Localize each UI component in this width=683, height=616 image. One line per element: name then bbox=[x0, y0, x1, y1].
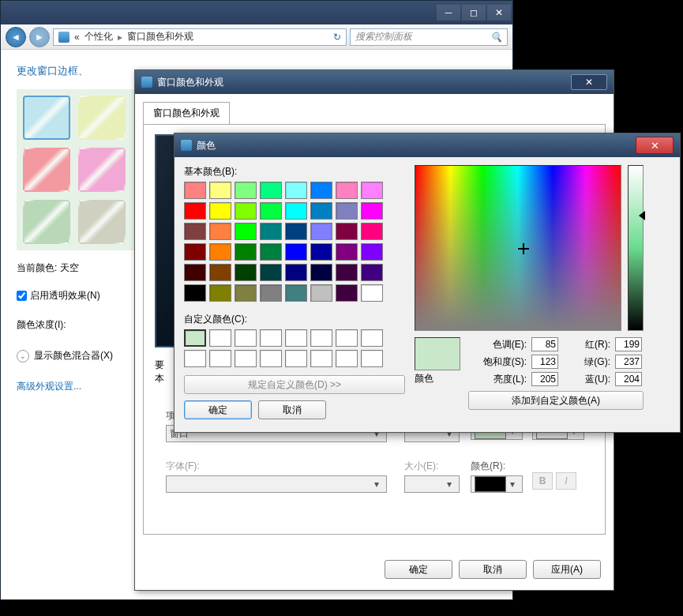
basic-color-swatch[interactable] bbox=[260, 284, 282, 302]
basic-color-swatch[interactable] bbox=[209, 182, 231, 199]
custom-color-swatch[interactable] bbox=[285, 329, 307, 347]
address-bar[interactable]: « 个性化 ▸ 窗口颜色和外观 ↻ bbox=[53, 28, 347, 46]
basic-color-swatch[interactable] bbox=[209, 223, 231, 240]
basic-color-swatch[interactable] bbox=[285, 284, 307, 302]
basic-color-swatch[interactable] bbox=[235, 284, 257, 302]
basic-color-swatch[interactable] bbox=[336, 223, 358, 240]
color-swatch[interactable] bbox=[23, 148, 70, 192]
basic-color-swatch[interactable] bbox=[336, 182, 358, 199]
define-custom-button[interactable]: 规定自定义颜色(D) >> bbox=[184, 375, 405, 394]
search-icon[interactable]: 🔍 bbox=[490, 32, 502, 43]
red-input[interactable] bbox=[615, 337, 642, 351]
green-input[interactable] bbox=[615, 355, 642, 369]
color-swatch[interactable] bbox=[78, 148, 126, 192]
basic-color-swatch[interactable] bbox=[336, 243, 358, 261]
basic-color-swatch[interactable] bbox=[285, 243, 307, 261]
custom-color-swatch[interactable] bbox=[209, 329, 231, 347]
basic-color-swatch[interactable] bbox=[361, 264, 383, 281]
custom-color-swatch[interactable] bbox=[235, 350, 257, 367]
basic-color-swatch[interactable] bbox=[361, 182, 383, 199]
basic-color-swatch[interactable] bbox=[184, 223, 206, 240]
refresh-icon[interactable]: ↻ bbox=[333, 32, 341, 43]
custom-color-swatch[interactable] bbox=[184, 350, 206, 367]
basic-color-swatch[interactable] bbox=[209, 264, 231, 281]
blue-input[interactable] bbox=[615, 372, 642, 386]
custom-color-swatch[interactable] bbox=[336, 350, 358, 367]
basic-color-swatch[interactable] bbox=[235, 223, 257, 240]
basic-color-swatch[interactable] bbox=[184, 243, 206, 261]
basic-color-swatch[interactable] bbox=[361, 284, 383, 302]
basic-color-swatch[interactable] bbox=[361, 202, 383, 220]
breadcrumb-2[interactable]: 窗口颜色和外观 bbox=[127, 30, 193, 43]
basic-color-swatch[interactable] bbox=[310, 202, 332, 220]
basic-color-swatch[interactable] bbox=[184, 182, 206, 199]
basic-color-swatch[interactable] bbox=[310, 284, 332, 302]
lum-input[interactable] bbox=[531, 372, 558, 386]
color-cancel-button[interactable]: 取消 bbox=[258, 400, 326, 419]
color-ok-button[interactable]: 确定 bbox=[184, 400, 252, 419]
basic-color-swatch[interactable] bbox=[260, 223, 282, 240]
custom-color-swatch[interactable] bbox=[209, 350, 231, 367]
basic-color-swatch[interactable] bbox=[235, 264, 257, 281]
color-close-button[interactable]: ✕ bbox=[636, 137, 674, 154]
basic-color-swatch[interactable] bbox=[285, 223, 307, 240]
apply-button[interactable]: 应用(A) bbox=[533, 560, 601, 579]
close-button[interactable]: ✕ bbox=[487, 5, 511, 21]
color-gradient[interactable] bbox=[415, 165, 621, 331]
custom-color-swatch[interactable] bbox=[310, 350, 332, 367]
color-swatch[interactable] bbox=[78, 96, 126, 140]
basic-color-swatch[interactable] bbox=[285, 264, 307, 281]
breadcrumb-1[interactable]: 个性化 bbox=[84, 30, 113, 43]
basic-color-swatch[interactable] bbox=[209, 284, 231, 302]
color-swatch[interactable] bbox=[23, 200, 70, 244]
basic-color-swatch[interactable] bbox=[336, 284, 358, 302]
basic-color-swatch[interactable] bbox=[285, 182, 307, 199]
basic-color-swatch[interactable] bbox=[235, 182, 257, 199]
search-input[interactable]: 搜索控制面板 🔍 bbox=[350, 28, 508, 46]
basic-color-swatch[interactable] bbox=[285, 202, 307, 220]
basic-color-swatch[interactable] bbox=[184, 202, 206, 220]
luminosity-slider[interactable] bbox=[628, 165, 644, 331]
custom-color-swatch[interactable] bbox=[260, 350, 282, 367]
custom-color-swatch[interactable] bbox=[361, 329, 383, 347]
basic-color-swatch[interactable] bbox=[209, 243, 231, 261]
basic-color-swatch[interactable] bbox=[260, 202, 282, 220]
add-to-custom-button[interactable]: 添加到自定义颜色(A) bbox=[468, 391, 644, 410]
basic-color-swatch[interactable] bbox=[310, 223, 332, 240]
color-swatch[interactable] bbox=[23, 96, 70, 140]
custom-color-swatch[interactable] bbox=[336, 329, 358, 347]
basic-color-swatch[interactable] bbox=[209, 202, 231, 220]
transparency-checkbox[interactable] bbox=[17, 291, 27, 301]
custom-color-swatch[interactable] bbox=[361, 350, 383, 367]
basic-color-swatch[interactable] bbox=[184, 264, 206, 281]
basic-color-swatch[interactable] bbox=[336, 264, 358, 281]
ok-button[interactable]: 确定 bbox=[385, 560, 452, 579]
cancel-button[interactable]: 取消 bbox=[459, 560, 527, 579]
basic-color-swatch[interactable] bbox=[310, 182, 332, 199]
custom-color-swatch[interactable] bbox=[285, 350, 307, 367]
basic-color-swatch[interactable] bbox=[361, 223, 383, 240]
basic-color-swatch[interactable] bbox=[260, 182, 282, 199]
custom-color-swatch[interactable] bbox=[184, 329, 206, 347]
hue-input[interactable] bbox=[531, 337, 558, 351]
basic-color-swatch[interactable] bbox=[260, 243, 282, 261]
custom-color-swatch[interactable] bbox=[310, 329, 332, 347]
basic-color-swatch[interactable] bbox=[235, 202, 257, 220]
fontcolor-combo[interactable]: ▾ bbox=[471, 475, 523, 493]
basic-color-swatch[interactable] bbox=[310, 264, 332, 281]
tab-appearance[interactable]: 窗口颜色和外观 bbox=[143, 102, 230, 124]
sat-input[interactable] bbox=[531, 355, 558, 369]
custom-color-swatch[interactable] bbox=[260, 329, 282, 347]
minimize-button[interactable]: ─ bbox=[437, 5, 460, 21]
basic-color-swatch[interactable] bbox=[260, 264, 282, 281]
color-swatch[interactable] bbox=[78, 200, 126, 244]
basic-color-swatch[interactable] bbox=[336, 202, 358, 220]
forward-button[interactable]: ► bbox=[29, 27, 50, 47]
custom-color-swatch[interactable] bbox=[235, 329, 257, 347]
basic-color-swatch[interactable] bbox=[361, 243, 383, 261]
basic-color-swatch[interactable] bbox=[310, 243, 332, 261]
basic-color-swatch[interactable] bbox=[184, 284, 206, 302]
basic-color-swatch[interactable] bbox=[235, 243, 257, 261]
back-button[interactable]: ◄ bbox=[6, 27, 26, 47]
maximize-button[interactable]: ◻ bbox=[462, 5, 486, 21]
